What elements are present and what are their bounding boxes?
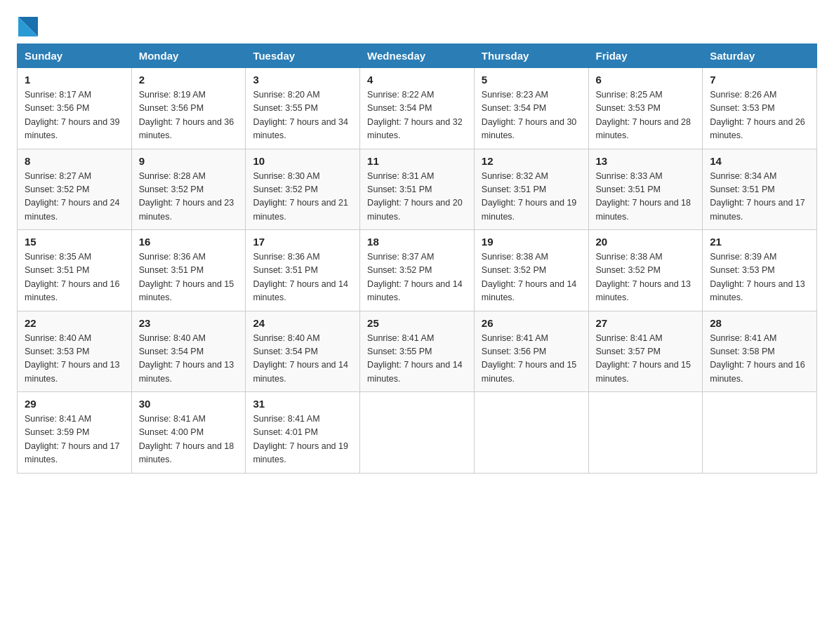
day-number: 26 bbox=[482, 317, 581, 329]
day-info: Sunrise: 8:40 AMSunset: 3:53 PMDaylight:… bbox=[25, 332, 124, 387]
day-info: Sunrise: 8:41 AMSunset: 4:01 PMDaylight:… bbox=[253, 412, 352, 467]
calendar-cell: 22Sunrise: 8:40 AMSunset: 3:53 PMDayligh… bbox=[18, 311, 132, 392]
calendar-week-row: 22Sunrise: 8:40 AMSunset: 3:53 PMDayligh… bbox=[18, 311, 817, 392]
day-info: Sunrise: 8:32 AMSunset: 3:51 PMDaylight:… bbox=[482, 170, 581, 224]
calendar-cell: 2Sunrise: 8:19 AMSunset: 3:56 PMDaylight… bbox=[131, 68, 246, 149]
header-saturday: Saturday bbox=[703, 44, 817, 68]
calendar-cell: 26Sunrise: 8:41 AMSunset: 3:56 PMDayligh… bbox=[474, 311, 588, 392]
day-number: 10 bbox=[253, 155, 352, 167]
calendar-cell bbox=[360, 392, 475, 474]
day-number: 25 bbox=[367, 317, 467, 329]
page-header bbox=[17, 17, 817, 32]
calendar-cell: 18Sunrise: 8:37 AMSunset: 3:52 PMDayligh… bbox=[360, 230, 475, 311]
day-number: 15 bbox=[25, 236, 124, 248]
day-number: 17 bbox=[253, 236, 352, 248]
day-info: Sunrise: 8:34 AMSunset: 3:51 PMDaylight:… bbox=[710, 170, 809, 224]
day-info: Sunrise: 8:28 AMSunset: 3:52 PMDaylight:… bbox=[139, 170, 239, 224]
day-info: Sunrise: 8:35 AMSunset: 3:51 PMDaylight:… bbox=[25, 250, 124, 305]
day-number: 27 bbox=[596, 317, 696, 329]
calendar-cell: 11Sunrise: 8:31 AMSunset: 3:51 PMDayligh… bbox=[360, 149, 475, 230]
header-sunday: Sunday bbox=[18, 44, 132, 68]
header-tuesday: Tuesday bbox=[246, 44, 360, 68]
day-number: 9 bbox=[139, 155, 239, 167]
calendar-week-row: 29Sunrise: 8:41 AMSunset: 3:59 PMDayligh… bbox=[18, 392, 817, 474]
calendar-cell: 7Sunrise: 8:26 AMSunset: 3:53 PMDaylight… bbox=[703, 68, 817, 149]
calendar-cell: 10Sunrise: 8:30 AMSunset: 3:52 PMDayligh… bbox=[246, 149, 360, 230]
calendar-cell: 30Sunrise: 8:41 AMSunset: 4:00 PMDayligh… bbox=[131, 392, 246, 474]
calendar-cell: 15Sunrise: 8:35 AMSunset: 3:51 PMDayligh… bbox=[18, 230, 132, 311]
day-number: 5 bbox=[482, 74, 581, 86]
day-number: 16 bbox=[139, 236, 239, 248]
calendar-cell: 24Sunrise: 8:40 AMSunset: 3:54 PMDayligh… bbox=[246, 311, 360, 392]
header-friday: Friday bbox=[588, 44, 703, 68]
day-info: Sunrise: 8:26 AMSunset: 3:53 PMDaylight:… bbox=[710, 88, 809, 143]
calendar-cell: 16Sunrise: 8:36 AMSunset: 3:51 PMDayligh… bbox=[131, 230, 246, 311]
day-number: 3 bbox=[253, 74, 352, 86]
calendar-week-row: 8Sunrise: 8:27 AMSunset: 3:52 PMDaylight… bbox=[18, 149, 817, 230]
day-info: Sunrise: 8:41 AMSunset: 3:55 PMDaylight:… bbox=[367, 332, 467, 387]
calendar-cell: 28Sunrise: 8:41 AMSunset: 3:58 PMDayligh… bbox=[703, 311, 817, 392]
day-info: Sunrise: 8:27 AMSunset: 3:52 PMDaylight:… bbox=[25, 170, 124, 224]
calendar-cell: 17Sunrise: 8:36 AMSunset: 3:51 PMDayligh… bbox=[246, 230, 360, 311]
day-number: 4 bbox=[367, 74, 467, 86]
day-info: Sunrise: 8:19 AMSunset: 3:56 PMDaylight:… bbox=[139, 88, 239, 143]
calendar-cell: 9Sunrise: 8:28 AMSunset: 3:52 PMDaylight… bbox=[131, 149, 246, 230]
calendar-cell: 13Sunrise: 8:33 AMSunset: 3:51 PMDayligh… bbox=[588, 149, 703, 230]
day-info: Sunrise: 8:41 AMSunset: 3:58 PMDaylight:… bbox=[710, 332, 809, 387]
day-number: 13 bbox=[596, 155, 696, 167]
calendar-cell: 19Sunrise: 8:38 AMSunset: 3:52 PMDayligh… bbox=[474, 230, 588, 311]
day-info: Sunrise: 8:40 AMSunset: 3:54 PMDaylight:… bbox=[253, 332, 352, 387]
day-info: Sunrise: 8:41 AMSunset: 3:56 PMDaylight:… bbox=[482, 332, 581, 387]
day-info: Sunrise: 8:25 AMSunset: 3:53 PMDaylight:… bbox=[596, 88, 696, 143]
day-number: 23 bbox=[139, 317, 239, 329]
day-info: Sunrise: 8:38 AMSunset: 3:52 PMDaylight:… bbox=[482, 250, 581, 305]
day-info: Sunrise: 8:20 AMSunset: 3:55 PMDaylight:… bbox=[253, 88, 352, 143]
calendar-cell bbox=[703, 392, 817, 474]
day-info: Sunrise: 8:41 AMSunset: 4:00 PMDaylight:… bbox=[139, 412, 239, 467]
day-info: Sunrise: 8:41 AMSunset: 3:59 PMDaylight:… bbox=[25, 412, 124, 467]
day-number: 28 bbox=[710, 317, 809, 329]
calendar-cell bbox=[474, 392, 588, 474]
calendar-cell: 8Sunrise: 8:27 AMSunset: 3:52 PMDaylight… bbox=[18, 149, 132, 230]
day-info: Sunrise: 8:22 AMSunset: 3:54 PMDaylight:… bbox=[367, 88, 467, 143]
day-info: Sunrise: 8:38 AMSunset: 3:52 PMDaylight:… bbox=[596, 250, 696, 305]
day-info: Sunrise: 8:40 AMSunset: 3:54 PMDaylight:… bbox=[139, 332, 239, 387]
header-wednesday: Wednesday bbox=[360, 44, 475, 68]
day-info: Sunrise: 8:33 AMSunset: 3:51 PMDaylight:… bbox=[596, 170, 696, 224]
day-number: 31 bbox=[253, 398, 352, 410]
calendar-cell: 29Sunrise: 8:41 AMSunset: 3:59 PMDayligh… bbox=[18, 392, 132, 474]
calendar-cell: 20Sunrise: 8:38 AMSunset: 3:52 PMDayligh… bbox=[588, 230, 703, 311]
day-number: 20 bbox=[596, 236, 696, 248]
calendar-header-row: SundayMondayTuesdayWednesdayThursdayFrid… bbox=[18, 44, 817, 68]
day-number: 12 bbox=[482, 155, 581, 167]
day-number: 14 bbox=[710, 155, 809, 167]
calendar-cell: 6Sunrise: 8:25 AMSunset: 3:53 PMDaylight… bbox=[588, 68, 703, 149]
calendar-cell: 3Sunrise: 8:20 AMSunset: 3:55 PMDaylight… bbox=[246, 68, 360, 149]
calendar-cell: 21Sunrise: 8:39 AMSunset: 3:53 PMDayligh… bbox=[703, 230, 817, 311]
header-thursday: Thursday bbox=[474, 44, 588, 68]
day-info: Sunrise: 8:41 AMSunset: 3:57 PMDaylight:… bbox=[596, 332, 696, 387]
day-number: 24 bbox=[253, 317, 352, 329]
calendar-cell: 5Sunrise: 8:23 AMSunset: 3:54 PMDaylight… bbox=[474, 68, 588, 149]
calendar-cell: 23Sunrise: 8:40 AMSunset: 3:54 PMDayligh… bbox=[131, 311, 246, 392]
logo bbox=[17, 17, 38, 32]
day-number: 1 bbox=[25, 74, 124, 86]
day-number: 30 bbox=[139, 398, 239, 410]
calendar-cell bbox=[588, 392, 703, 474]
calendar-cell: 31Sunrise: 8:41 AMSunset: 4:01 PMDayligh… bbox=[246, 392, 360, 474]
calendar-cell: 27Sunrise: 8:41 AMSunset: 3:57 PMDayligh… bbox=[588, 311, 703, 392]
day-number: 7 bbox=[710, 74, 809, 86]
day-info: Sunrise: 8:36 AMSunset: 3:51 PMDaylight:… bbox=[253, 250, 352, 305]
calendar-cell: 12Sunrise: 8:32 AMSunset: 3:51 PMDayligh… bbox=[474, 149, 588, 230]
day-number: 22 bbox=[25, 317, 124, 329]
day-info: Sunrise: 8:30 AMSunset: 3:52 PMDaylight:… bbox=[253, 170, 352, 224]
calendar-cell: 14Sunrise: 8:34 AMSunset: 3:51 PMDayligh… bbox=[703, 149, 817, 230]
day-info: Sunrise: 8:31 AMSunset: 3:51 PMDaylight:… bbox=[367, 170, 467, 224]
day-number: 29 bbox=[25, 398, 124, 410]
calendar-week-row: 15Sunrise: 8:35 AMSunset: 3:51 PMDayligh… bbox=[18, 230, 817, 311]
day-number: 6 bbox=[596, 74, 696, 86]
calendar-week-row: 1Sunrise: 8:17 AMSunset: 3:56 PMDaylight… bbox=[18, 68, 817, 149]
calendar-cell: 4Sunrise: 8:22 AMSunset: 3:54 PMDaylight… bbox=[360, 68, 475, 149]
calendar-cell: 25Sunrise: 8:41 AMSunset: 3:55 PMDayligh… bbox=[360, 311, 475, 392]
day-info: Sunrise: 8:37 AMSunset: 3:52 PMDaylight:… bbox=[367, 250, 467, 305]
